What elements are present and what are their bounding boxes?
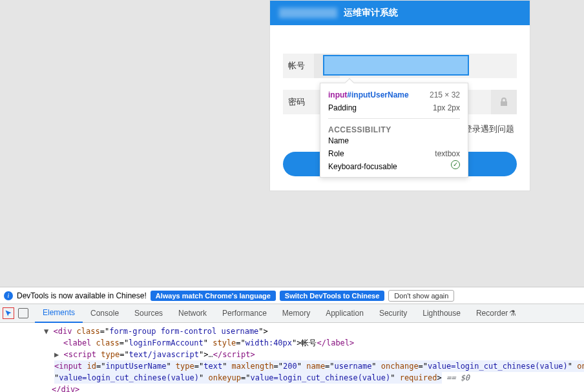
lock-icon	[491, 90, 517, 114]
info-icon: i	[4, 291, 13, 300]
banner-match-button[interactable]: Always match Chrome's language	[151, 291, 276, 301]
inspector-tooltip: input#inputUserName 215 × 32 Padding 1px…	[320, 83, 468, 178]
inspect-icon[interactable]	[3, 307, 14, 319]
tooltip-padding-label: Padding	[328, 101, 357, 114]
tab-recorder[interactable]: Recorder ⚗	[468, 304, 524, 323]
devtools-tabs: Elements Console Sources Network Perform…	[0, 304, 584, 323]
username-input-highlight[interactable]	[323, 55, 469, 76]
elements-source-panel[interactable]: ▼ <div class="form-group form-control us…	[0, 323, 584, 392]
tooltip-accessibility-heading: ACCESSIBILITY	[328, 125, 460, 134]
tooltip-dimensions: 215 × 32	[430, 88, 460, 101]
username-label: 帐号	[283, 60, 314, 72]
tab-security[interactable]: Security	[371, 304, 415, 323]
tab-elements[interactable]: Elements	[35, 304, 83, 323]
tab-memory[interactable]: Memory	[275, 304, 318, 323]
product-logo	[279, 8, 337, 18]
banner-message: DevTools is now available in Chinese!	[17, 291, 147, 300]
username-row: 帐号	[283, 54, 517, 78]
login-header: 运维审计系统	[270, 1, 530, 25]
banner-dismiss-button[interactable]: Don't show again	[388, 290, 454, 302]
login-title: 运维审计系统	[344, 7, 398, 19]
tab-application[interactable]: Application	[318, 304, 371, 323]
tooltip-selector: input#inputUserName	[328, 88, 409, 101]
flask-icon: ⚗	[509, 309, 516, 318]
devtools-banner: i DevTools is now available in Chinese! …	[0, 287, 584, 304]
tooltip-acc-role-label: Role	[328, 147, 344, 160]
tab-console[interactable]: Console	[83, 304, 127, 323]
tooltip-acc-name-label: Name	[328, 134, 349, 147]
tab-lighthouse[interactable]: Lighthouse	[415, 304, 468, 323]
banner-switch-button[interactable]: Switch DevTools to Chinese	[280, 291, 385, 301]
tab-sources[interactable]: Sources	[127, 304, 171, 323]
check-icon: ✓	[451, 160, 460, 169]
tooltip-acc-kf-label: Keyboard-focusable	[328, 160, 397, 173]
tooltip-padding-value: 1px 2px	[433, 101, 460, 114]
tab-performance[interactable]: Performance	[214, 304, 275, 323]
tab-network[interactable]: Network	[171, 304, 214, 323]
password-label: 密码	[283, 96, 314, 108]
device-toggle-icon[interactable]	[18, 308, 28, 318]
